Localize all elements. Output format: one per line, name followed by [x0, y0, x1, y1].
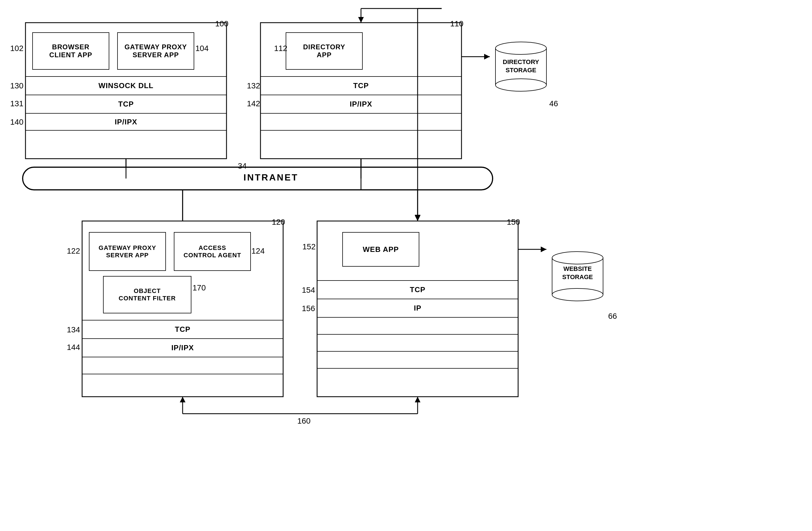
ip-150-label: IP — [317, 299, 518, 317]
label-34: INTRANET — [244, 172, 299, 183]
label-130: 130 — [10, 81, 24, 90]
object-content-filter-label: OBJECTCONTENT FILTER — [103, 276, 191, 313]
label-131: 131 — [10, 99, 24, 108]
label-152: 152 — [302, 242, 316, 251]
gateway-proxy-100-label: GATEWAY PROXYSERVER APP — [117, 32, 194, 69]
svg-marker-37 — [484, 54, 490, 59]
tcp-110-label: TCP — [260, 76, 462, 95]
label-140: 140 — [10, 117, 24, 127]
gateway-proxy-120-label: GATEWAY PROXYSERVER APP — [89, 232, 165, 270]
label-112: 112 — [274, 44, 287, 53]
winsock-dll-label: WINSOCK DLL — [26, 76, 227, 95]
label-144: 144 — [67, 343, 80, 352]
label-132: 132 — [247, 81, 260, 90]
browser-client-app-label: BROWSERCLIENT APP — [32, 32, 109, 69]
website-storage: WEBSITESTORAGE — [549, 247, 606, 303]
svg-marker-46 — [180, 397, 186, 402]
directory-storage: DIRECTORYSTORAGE — [493, 37, 549, 94]
tcp-150-label: TCP — [317, 280, 518, 299]
label-134: 134 — [67, 325, 80, 334]
access-control-agent-label: ACCESSCONTROL AGENT — [174, 232, 250, 270]
label-102: 102 — [10, 44, 24, 53]
svg-marker-34 — [358, 17, 364, 23]
label-142: 142 — [247, 99, 260, 108]
label-120: 120 — [272, 218, 285, 227]
label-66: 66 — [608, 312, 617, 321]
web-app-label: WEB APP — [343, 232, 419, 266]
svg-marker-39 — [415, 215, 420, 221]
ipIpx-120-label: IP/IPX — [82, 339, 283, 357]
diagram: 100 110 120 150 102 104 112 BROWSERCLIEN… — [0, 0, 812, 531]
label-124: 124 — [251, 247, 265, 255]
label-intranet-ref: 34 — [238, 162, 247, 171]
label-170: 170 — [192, 283, 206, 292]
directory-app-label: DIRECTORYAPP — [286, 32, 362, 69]
label-110: 110 — [450, 19, 463, 28]
ipIpx-110-label: IP/IPX — [260, 95, 462, 113]
label-122: 122 — [67, 247, 80, 255]
svg-point-59 — [552, 289, 603, 301]
label-104: 104 — [195, 44, 209, 53]
tcp-120-label: TCP — [82, 320, 283, 339]
svg-marker-47 — [415, 397, 420, 402]
svg-point-58 — [552, 252, 603, 264]
label-154: 154 — [302, 285, 315, 295]
label-156: 156 — [302, 304, 315, 313]
label-100: 100 — [215, 19, 229, 28]
label-46: 46 — [549, 99, 558, 108]
ipIpx-100-label: IP/IPX — [26, 113, 227, 130]
svg-marker-51 — [415, 215, 420, 221]
label-160: 160 — [297, 417, 310, 425]
tcp-100-label: TCP — [26, 95, 227, 113]
svg-point-55 — [495, 42, 547, 54]
svg-marker-42 — [541, 247, 547, 252]
svg-point-56 — [495, 79, 547, 91]
label-150: 150 — [507, 218, 520, 227]
